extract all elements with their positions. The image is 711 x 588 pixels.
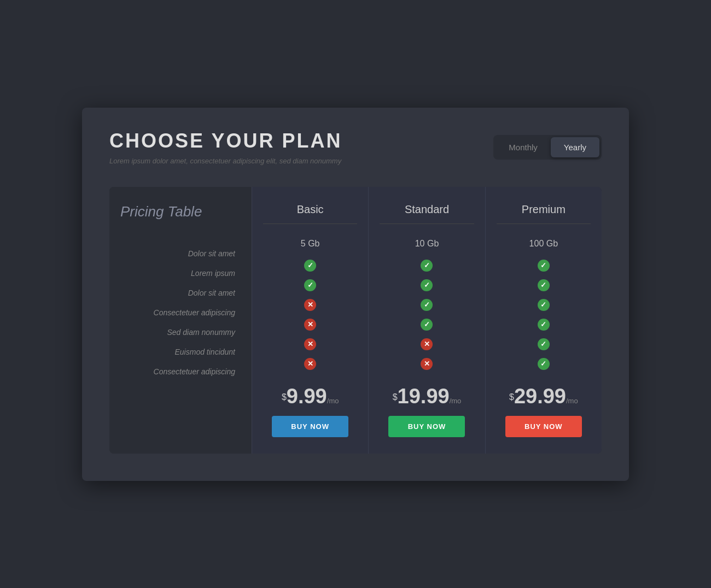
premium-buy-button[interactable]: BUY NOW: [505, 416, 582, 437]
premium-price: $29.99/mo: [497, 385, 591, 408]
feature-label-2: Dolor sit amet: [120, 283, 241, 303]
standard-check-1: ✓: [380, 275, 474, 295]
premium-amount: 29.99: [514, 385, 566, 408]
standard-amount: 19.99: [398, 385, 450, 408]
standard-per: /mo: [450, 397, 462, 405]
basic-price: $9.99/mo: [263, 385, 357, 408]
premium-check-2: ✓: [497, 295, 591, 315]
header-section: CHOOSE YOUR PLAN Lorem ipsum dolor amet,…: [109, 130, 602, 165]
basic-buy-button[interactable]: BUY NOW: [272, 416, 348, 437]
basic-check-0: ✓: [263, 256, 357, 275]
feature-label-6: Consectetuer adipiscing: [120, 362, 241, 381]
basic-check-1: ✓: [263, 275, 357, 295]
premium-per: /mo: [566, 397, 578, 405]
standard-check-2: ✓: [380, 295, 474, 315]
standard-check-4: ✕: [380, 334, 474, 354]
standard-dollar: $: [393, 392, 398, 402]
label-top-spacer: Pricing Table: [120, 203, 241, 244]
header-left: CHOOSE YOUR PLAN Lorem ipsum dolor amet,…: [109, 130, 342, 165]
monthly-toggle-btn[interactable]: Monthly: [496, 137, 551, 157]
pricing-card: CHOOSE YOUR PLAN Lorem ipsum dolor amet,…: [82, 108, 629, 481]
basic-price-section: $9.99/mo BUY NOW: [263, 385, 357, 437]
basic-check-2: ✕: [263, 295, 357, 315]
feature-label-0: Dolor sit amet: [120, 244, 241, 263]
feature-label-1: Lorem ipsum: [120, 263, 241, 283]
premium-dollar: $: [509, 392, 514, 402]
standard-buy-button[interactable]: BUY NOW: [388, 416, 465, 437]
basic-check-4: ✕: [263, 334, 357, 354]
basic-plan-column: Basic 5 Gb ✓ ✓ ✕ ✕ ✕ ✕ $9.99/mo BUY NOW: [252, 187, 368, 454]
standard-check-3: ✓: [380, 315, 474, 334]
premium-price-section: $29.99/mo BUY NOW: [497, 385, 591, 437]
yearly-toggle-btn[interactable]: Yearly: [551, 137, 599, 157]
standard-check-0: ✓: [380, 256, 474, 275]
premium-plan-name: Premium: [497, 203, 591, 224]
standard-storage: 10 Gb: [380, 232, 474, 256]
premium-check-5: ✓: [497, 354, 591, 374]
standard-price-section: $19.99/mo BUY NOW: [380, 385, 474, 437]
standard-plan-name: Standard: [380, 203, 474, 224]
premium-check-0: ✓: [497, 256, 591, 275]
feature-label-3: Consectetuer adipiscing: [120, 303, 241, 322]
label-column: Pricing Table Dolor sit amet Lorem ipsum…: [109, 187, 252, 454]
standard-plan-column: Standard 10 Gb ✓ ✓ ✓ ✓ ✕ ✕ $19.99/mo BUY…: [368, 187, 485, 454]
premium-check-3: ✓: [497, 315, 591, 334]
pricing-table: Pricing Table Dolor sit amet Lorem ipsum…: [109, 187, 602, 454]
pricing-table-title: Pricing Table: [120, 203, 241, 220]
basic-per: /mo: [327, 397, 339, 405]
billing-toggle: Monthly Yearly: [493, 135, 602, 160]
basic-amount: 9.99: [287, 385, 327, 408]
basic-plan-name: Basic: [263, 203, 357, 224]
feature-label-5: Euismod tincidunt: [120, 342, 241, 362]
premium-check-1: ✓: [497, 275, 591, 295]
standard-price: $19.99/mo: [380, 385, 474, 408]
basic-dollar: $: [282, 392, 287, 402]
basic-storage: 5 Gb: [263, 232, 357, 256]
page-title: CHOOSE YOUR PLAN: [109, 130, 342, 152]
feature-label-4: Sed diam nonummy: [120, 322, 241, 342]
premium-plan-column: Premium 100 Gb ✓ ✓ ✓ ✓ ✓ ✓ $29.99/mo BUY…: [485, 187, 602, 454]
standard-check-5: ✕: [380, 354, 474, 374]
basic-check-5: ✕: [263, 354, 357, 374]
premium-check-4: ✓: [497, 334, 591, 354]
basic-check-3: ✕: [263, 315, 357, 334]
premium-storage: 100 Gb: [497, 232, 591, 256]
page-subtitle: Lorem ipsum dolor amet, consectetuer adi…: [109, 157, 342, 165]
